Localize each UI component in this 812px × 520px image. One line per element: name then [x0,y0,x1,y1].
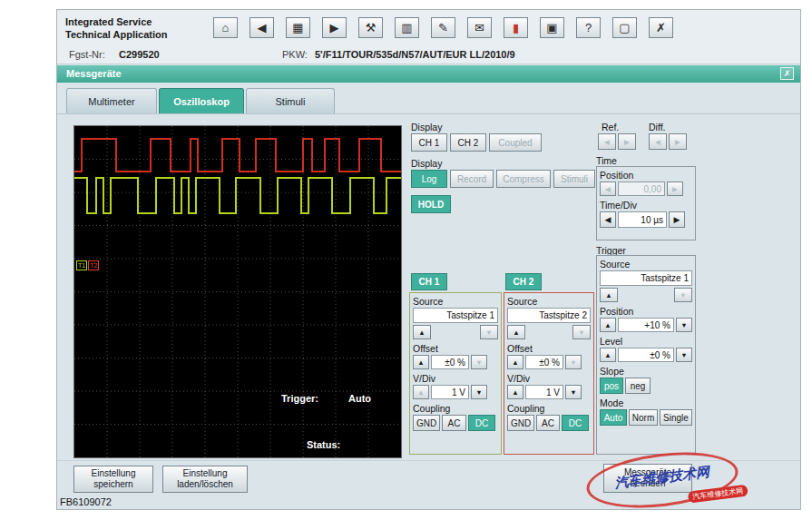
time-position-right-button[interactable]: ▶ [667,182,683,196]
ch2-vdiv-value: 1 V [525,385,563,399]
ch2-offset-up-button[interactable]: ▲ [507,355,523,369]
trigger-position-up-button[interactable]: ▲ [600,318,616,332]
mail-button[interactable]: ✉ [467,17,492,38]
trigger-slope-label: Slope [600,366,692,377]
panel-close-button[interactable]: ✗ [780,67,794,80]
ch1-vdiv-up-button[interactable]: ▲ [413,385,429,399]
service-tools-button[interactable]: ⚒ [358,17,383,38]
log-button[interactable]: Log [411,170,447,188]
print-button[interactable]: ▣ [540,17,564,38]
ch2-source-up-button[interactable]: ▲ [507,325,525,339]
save-settings-button[interactable]: Einstellung speichern [73,466,153,493]
display-section-label-2: Display [411,158,442,169]
time-section-label: Time [596,155,617,166]
trigger-source-down-button[interactable]: ▼ [674,288,692,302]
window-icon: ▢ [619,21,630,34]
trigger-level-down-button[interactable]: ▼ [676,348,692,362]
ch1-coupling-row: GND AC DC [413,415,498,431]
compress-button[interactable]: Compress [496,170,551,188]
pencil-icon: ✎ [438,21,448,34]
ch2-offset-down-button[interactable]: ▼ [565,355,582,369]
ch2-offset-value: ±0 % [525,355,563,369]
forward-button[interactable]: ▶ [322,17,347,38]
ch1-vdiv-down-button[interactable]: ▼ [471,385,487,399]
ch1-vdiv-label: V/Div [413,373,498,384]
measurement-icon: ▥ [401,21,412,34]
display-ch1-button[interactable]: CH 1 [411,133,447,152]
mode-single-button[interactable]: Single [660,409,692,426]
scope-trigger-label: Trigger: [281,393,318,404]
app-title-line1: Integrated Service [65,15,167,28]
refdiff-arrow-row: ◀ ▶ ◀ ▶ [598,133,687,150]
ch2-vdiv-down-button[interactable]: ▼ [565,385,582,399]
edit-button[interactable]: ✎ [431,17,455,38]
display-ch2-button[interactable]: CH 2 [450,133,486,152]
trigger-source-up-button[interactable]: ▲ [600,288,618,302]
slope-pos-button[interactable]: pos [600,378,623,394]
tab-multimeter[interactable]: Multimeter [66,88,157,113]
page-title: Messgeräte [66,68,122,79]
tab-stimuli[interactable]: Stimuli [246,88,335,113]
ch1-offset-row: ▲ ±0 % ▼ [413,355,498,369]
app-window: Integrated Service Technical Application… [56,9,801,510]
ref-next-button[interactable]: ▶ [618,133,636,150]
ch2-source-down-button[interactable]: ▼ [572,325,591,339]
app-header: Integrated Service Technical Application… [57,10,800,46]
ch1-panel: Source Tastspitze 1 ▲ ▼ Offset ▲ ±0 % ▼ … [409,292,502,455]
home-button[interactable]: ⌂ [213,17,238,38]
record-button[interactable]: Record [450,170,494,188]
display-section-label-1: Display [411,122,442,132]
ref-prev-button[interactable]: ◀ [598,133,616,150]
app-title-line2: Technical Application [65,28,167,41]
capture-button[interactable]: ▦ [286,17,310,38]
document-code: FB6109072 [60,496,112,507]
ch1-gnd-button[interactable]: GND [413,415,440,431]
app-close-button[interactable]: ✗ [649,17,673,38]
window-button[interactable]: ▢ [612,17,637,38]
ch1-source-up-button[interactable]: ▲ [413,325,431,339]
printer-icon: ▣ [546,21,557,34]
ch1-ac-button[interactable]: AC [442,415,466,431]
ch2-gnd-button[interactable]: GND [507,415,534,431]
trigger-level-up-button[interactable]: ▲ [600,348,616,362]
close-icon: ✗ [656,21,666,34]
slope-neg-button[interactable]: neg [625,378,651,394]
hold-button[interactable]: HOLD [411,195,451,213]
diff-prev-button[interactable]: ◀ [649,133,667,150]
ch2-ac-button[interactable]: AC [536,415,560,431]
ch1-source-down-button[interactable]: ▼ [480,325,498,339]
help-button[interactable]: ? [576,17,601,38]
mode-auto-button[interactable]: Auto [600,409,627,426]
time-position-left-button[interactable]: ◀ [600,182,616,196]
ch2-vdiv-label: V/Div [507,373,591,384]
diff-next-button[interactable]: ▶ [669,133,687,150]
ch1-header-button[interactable]: CH 1 [411,273,447,290]
ch2-dc-button[interactable]: DC [562,415,589,431]
time-position-value: 0,00 [618,182,665,196]
ch1-dc-button[interactable]: DC [468,415,495,431]
scope-status-label: Status: [307,439,340,450]
timediv-right-button[interactable]: ▶ [669,211,685,228]
back-button[interactable]: ◀ [249,17,274,38]
mode-norm-button[interactable]: Norm [629,409,658,426]
content-divider-top [57,113,800,114]
trigger-mode-row: Auto Norm Single [600,409,692,426]
timediv-value: 10 µs [618,211,667,228]
tab-oszilloskop[interactable]: Oszilloskop [159,88,244,113]
ch2-header-button[interactable]: CH 2 [505,273,542,290]
trigger-position-down-button[interactable]: ▼ [676,318,692,332]
ch1-offset-up-button[interactable]: ▲ [413,355,429,369]
trigger-source-value: Tastspitze 1 [600,270,692,286]
tab-bar: Multimeter Oszilloskop Stimuli [66,88,335,113]
refdiff-spacer [638,133,647,150]
stimuli-button[interactable]: Stimuli [553,170,595,188]
load-settings-button[interactable]: Einstellung laden/löschen [162,466,248,493]
fgst-label: Fgst-Nr: [69,49,105,60]
charger-button[interactable]: ▮ [504,17,528,38]
ch2-vdiv-up-button[interactable]: ▲ [507,385,523,399]
display-coupled-button[interactable]: Coupled [489,133,542,152]
measurement-button[interactable]: ▥ [395,17,419,38]
ch1-offset-down-button[interactable]: ▼ [471,355,487,369]
timediv-left-button[interactable]: ◀ [600,211,616,228]
ch2-offset-row: ▲ ±0 % ▼ [507,355,591,369]
